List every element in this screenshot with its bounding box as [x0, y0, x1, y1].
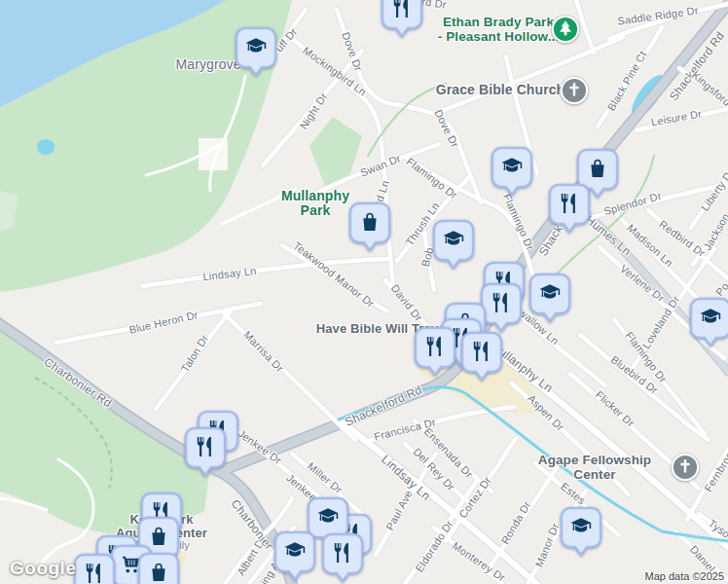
restaurant-pin[interactable] — [73, 553, 116, 584]
ethan-brady-park-label[interactable]: Ethan Brady Park- Pleasant Hollow... — [438, 16, 560, 44]
google-logo[interactable]: Google — [10, 558, 76, 579]
school-pin[interactable] — [491, 146, 533, 197]
church-cross-badge[interactable] — [558, 74, 591, 107]
shopping-bag-pin[interactable] — [348, 201, 391, 252]
shopping-bag-pin[interactable] — [137, 552, 180, 584]
school-pin[interactable] — [689, 297, 728, 347]
restaurant-pin[interactable] — [548, 183, 591, 234]
mullanphy-park-label[interactable]: MullanphyPark — [281, 189, 349, 218]
school-pin[interactable] — [235, 26, 277, 77]
map-canvas[interactable]: uff DrDove DrMockingbird LnNight Drrd Dr… — [0, 0, 728, 584]
restaurant-pin[interactable] — [460, 331, 503, 382]
school-pin[interactable] — [528, 273, 571, 323]
church-cross-badge[interactable] — [669, 451, 702, 484]
restaurant-pin[interactable] — [414, 326, 456, 377]
park-tree-badge[interactable] — [549, 13, 582, 46]
marygrove-label[interactable]: Marygrove — [175, 57, 240, 72]
school-pin[interactable] — [273, 530, 316, 581]
restaurant-pin[interactable] — [381, 0, 423, 38]
school-pin[interactable] — [432, 219, 475, 270]
grace-bible-church-label[interactable]: Grace Bible Church — [436, 83, 565, 97]
restaurant-pin[interactable] — [321, 532, 364, 583]
map-attribution: Map data ©2025 — [645, 570, 725, 582]
school-pin[interactable] — [560, 506, 602, 557]
map-terrain — [0, 0, 728, 584]
restaurant-pin[interactable] — [184, 426, 227, 477]
agape-fellowship-center-label[interactable]: Agape Fellowship Center — [528, 454, 662, 482]
